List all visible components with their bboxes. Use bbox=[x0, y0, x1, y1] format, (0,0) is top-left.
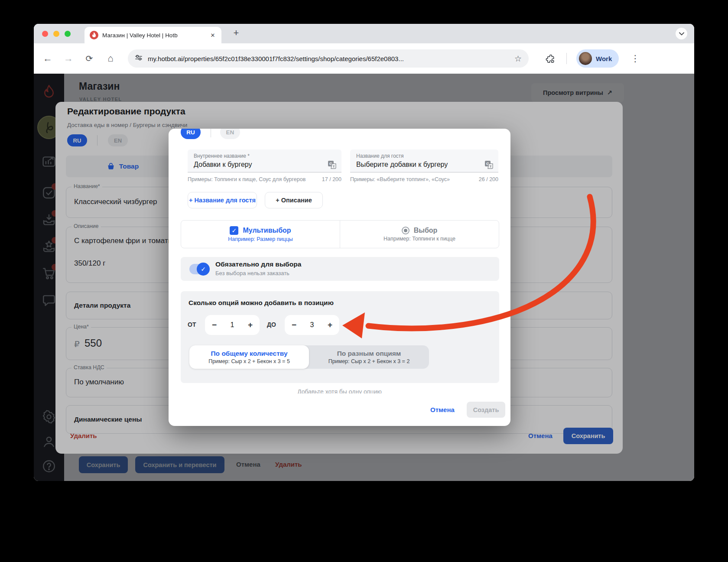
required-hint: Без выбора нельзя заказать bbox=[215, 270, 289, 276]
reload-button[interactable]: ⟳ bbox=[81, 43, 98, 74]
guest-name-hint: Примеры: «Выберите топпинг», «Соус» bbox=[350, 176, 450, 182]
tab-search-chevron-icon[interactable] bbox=[676, 28, 687, 39]
profile-label: Work bbox=[596, 55, 612, 62]
option-lang-ru-tab[interactable]: RU bbox=[181, 129, 201, 139]
traffic-close-button[interactable] bbox=[42, 31, 48, 37]
required-toggle[interactable]: ✓ bbox=[189, 264, 208, 274]
option-group-modal: RU EN Внутреннее название * Добавки к бу… bbox=[169, 129, 510, 426]
mode-per-option-segment[interactable]: По разным опциям Пример: Сыр х 2 + Бекон… bbox=[309, 345, 429, 369]
multi-choice-label: Мультивыбор bbox=[243, 227, 291, 234]
option-lang-divider bbox=[211, 129, 211, 137]
browser-toolbar: ← → ⟳ ⌂ my.hotbot.ai/properties/65f2c01f… bbox=[34, 43, 694, 74]
guest-name-field[interactable]: Название для гостя Выберите добавки к бу… bbox=[350, 149, 498, 172]
address-bar[interactable]: my.hotbot.ai/properties/65f2c01f38e33000… bbox=[128, 49, 529, 68]
translate-icon[interactable]: G bbox=[328, 160, 336, 169]
single-choice-option[interactable]: Выбор Например: Топпинги к пицце bbox=[340, 221, 499, 248]
to-minus-button[interactable]: − bbox=[292, 320, 296, 330]
traffic-minimize-button[interactable] bbox=[53, 31, 59, 37]
option-lang-en-tab[interactable]: EN bbox=[220, 129, 240, 139]
screenshot-canvas: Магазин | Valley Hotel | Hotb ✕ + ← → ⟳ … bbox=[0, 0, 728, 562]
mode-per-option-label: По разным опциям bbox=[337, 350, 401, 357]
empty-options-hint: Добавьте хотя бы одну опцию bbox=[169, 388, 510, 393]
translate-icon[interactable]: G bbox=[484, 160, 493, 169]
profile-chip[interactable]: Work bbox=[576, 49, 619, 68]
add-guest-name-button[interactable]: + Название для гостя bbox=[188, 192, 257, 208]
to-plus-button[interactable]: + bbox=[328, 320, 332, 330]
profile-avatar bbox=[579, 52, 592, 65]
url-text[interactable]: my.hotbot.ai/properties/65f2c01f38e33000… bbox=[148, 55, 514, 62]
multi-choice-option[interactable]: ✓ Мультивыбор Например: Размер пиццы bbox=[181, 221, 340, 248]
site-settings-icon[interactable] bbox=[135, 54, 143, 63]
selection-type-card: ✓ Мультивыбор Например: Размер пиццы Выб… bbox=[181, 220, 499, 248]
tab-close-icon[interactable]: ✕ bbox=[208, 31, 217, 39]
browser-window: Магазин | Valley Hotel | Hotb ✕ + ← → ⟳ … bbox=[34, 24, 694, 481]
mode-total-label: По общему количеству bbox=[211, 350, 287, 357]
options-count-title: Сколько опций можно добавить в позицию bbox=[188, 299, 334, 307]
to-label: ДО bbox=[267, 321, 276, 328]
traffic-zoom-button[interactable] bbox=[65, 31, 71, 37]
to-value: 3 bbox=[310, 321, 314, 329]
mode-per-option-hint: Пример: Сыр х 2 + Бекон х 3 = 2 bbox=[328, 358, 410, 364]
guest-name-counter: 26 / 200 bbox=[472, 176, 498, 182]
from-plus-button[interactable]: + bbox=[248, 320, 253, 330]
browser-tab-active[interactable]: Магазин | Valley Hotel | Hotb ✕ bbox=[84, 27, 221, 43]
internal-name-label: Внутреннее название * bbox=[194, 153, 250, 159]
tab-title: Магазин | Valley Hotel | Hotb bbox=[102, 32, 208, 39]
multi-choice-checkbox-icon[interactable]: ✓ bbox=[230, 226, 238, 235]
single-choice-label: Выбор bbox=[414, 227, 438, 234]
internal-name-counter: 17 / 200 bbox=[315, 176, 341, 182]
from-value: 1 bbox=[231, 321, 234, 329]
add-description-button[interactable]: + Описание bbox=[265, 192, 323, 208]
guest-name-label: Название для гостя bbox=[356, 153, 404, 159]
option-modal-cancel-button[interactable]: Отмена bbox=[430, 406, 455, 413]
internal-name-value: Добавки к бургеру bbox=[194, 161, 252, 169]
bookmark-star-icon[interactable]: ☆ bbox=[514, 54, 522, 64]
required-panel: ✓ Обязательно для выбора Без выбора нель… bbox=[181, 257, 499, 281]
from-minus-button[interactable]: − bbox=[212, 320, 217, 330]
extensions-icon[interactable] bbox=[542, 43, 559, 74]
mode-total-hint: Пример: Сыр х 2 + Бекон х 3 = 5 bbox=[208, 358, 290, 364]
option-modal-create-label: Создать bbox=[473, 406, 499, 413]
toolbar-divider bbox=[566, 53, 567, 64]
internal-name-hint: Примеры: Топпинги к пище, Соус для бурге… bbox=[188, 176, 306, 182]
internal-name-field[interactable]: Внутреннее название * Добавки к бургеру … bbox=[188, 149, 341, 172]
from-stepper: − 1 + bbox=[205, 315, 260, 335]
new-tab-button[interactable]: + bbox=[230, 26, 243, 39]
forward-button[interactable]: → bbox=[60, 43, 77, 74]
browser-tabstrip: Магазин | Valley Hotel | Hotb ✕ + bbox=[34, 24, 694, 43]
from-label: ОТ bbox=[188, 321, 196, 328]
count-mode-segmented-control: По общему количеству Пример: Сыр х 2 + Б… bbox=[189, 345, 429, 369]
option-modal-create-button[interactable]: Создать bbox=[467, 402, 505, 418]
browser-menu-kebab-icon[interactable]: ⋮ bbox=[627, 43, 644, 74]
home-button[interactable]: ⌂ bbox=[102, 43, 119, 74]
options-count-panel: Сколько опций можно добавить в позицию О… bbox=[181, 291, 499, 383]
toggle-check-icon: ✓ bbox=[197, 263, 210, 276]
required-label: Обязательно для выбора bbox=[215, 260, 301, 268]
guest-name-value: Выберите добавки к бургеру bbox=[356, 161, 448, 169]
back-button[interactable]: ← bbox=[39, 43, 56, 74]
to-stepper: − 3 + bbox=[285, 315, 339, 335]
single-choice-radio-icon[interactable] bbox=[402, 227, 410, 234]
hotbot-favicon-icon bbox=[90, 31, 98, 39]
multi-choice-hint: Например: Размер пиццы bbox=[228, 236, 293, 242]
app-content: Магазин VALLEY HOTEL Просмотр витрины ↗ … bbox=[34, 74, 694, 481]
mode-total-segment[interactable]: По общему количеству Пример: Сыр х 2 + Б… bbox=[189, 345, 309, 369]
single-choice-hint: Например: Топпинги к пицце bbox=[384, 236, 455, 242]
